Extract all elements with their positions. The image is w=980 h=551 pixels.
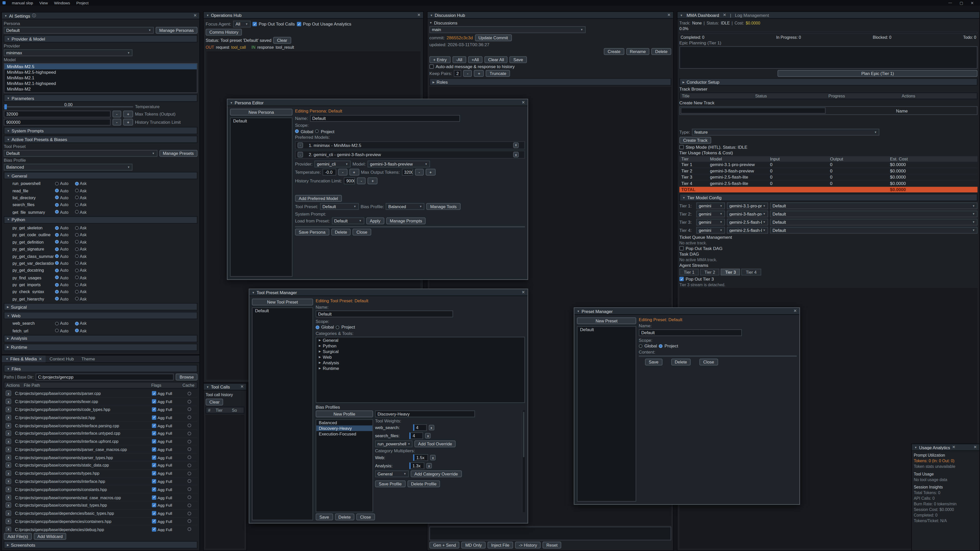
save-profile-button[interactable]: Save Profile — [375, 480, 405, 487]
decrement-button[interactable]: - — [112, 119, 121, 125]
step-mode-checkbox[interactable] — [679, 145, 684, 149]
collapse-icon[interactable]: ▼ — [7, 138, 10, 141]
remove-multiplier-button[interactable]: x — [426, 463, 432, 468]
remove-file-button[interactable]: x — [6, 462, 11, 468]
expand-all-button[interactable]: +All — [468, 56, 483, 63]
to-history-button[interactable]: -> History — [515, 541, 541, 548]
provider-select[interactable]: minimax▼ — [4, 49, 132, 56]
scrollbar[interactable] — [522, 410, 525, 512]
remove-file-button[interactable]: x — [6, 423, 11, 428]
new-tool-preset-button[interactable]: New Tool Preset — [252, 299, 313, 306]
stream-tier-tab[interactable]: Tier 4 — [741, 268, 761, 275]
pop-out-usage-checkbox[interactable] — [297, 22, 301, 26]
bias-profile-item[interactable]: Discovery-Heavy — [316, 426, 372, 431]
persona-select[interactable]: Default▼ — [4, 27, 154, 34]
cache-indicator[interactable] — [188, 400, 191, 403]
close-tab-icon[interactable]: ✕ — [952, 445, 955, 450]
collapse-icon[interactable]: ▼ — [915, 446, 917, 449]
ask-radio[interactable] — [75, 240, 79, 244]
remove-file-button[interactable]: x — [6, 494, 11, 500]
full-flag[interactable]: Full — [166, 487, 172, 492]
full-flag[interactable]: Full — [166, 463, 172, 468]
slider-thumb[interactable] — [4, 104, 7, 109]
preset-list-item[interactable]: Default — [578, 327, 636, 332]
delete-button[interactable]: Delete — [671, 358, 691, 365]
ask-radio[interactable] — [75, 226, 79, 230]
remove-file-button[interactable]: x — [6, 391, 11, 396]
md-only-button[interactable]: MD Only — [461, 541, 485, 548]
remove-model-button[interactable]: x — [513, 142, 519, 148]
tier-model-select[interactable]: gemini-2.5-flash-lite▼ — [727, 227, 768, 233]
manage-personas-button[interactable]: Manage Personas — [156, 27, 197, 34]
cache-indicator[interactable] — [188, 456, 191, 459]
remove-file-button[interactable]: x — [6, 454, 11, 460]
increment-button[interactable]: + — [474, 70, 484, 77]
collapse-icon[interactable]: ▼ — [7, 129, 10, 132]
cache-indicator[interactable] — [188, 480, 191, 483]
agg-checkbox[interactable] — [152, 471, 156, 475]
remove-file-button[interactable]: x — [6, 527, 11, 532]
weight-input[interactable]: 4 — [413, 424, 427, 431]
add-files-button[interactable]: Add File(s) — [4, 533, 32, 540]
full-flag[interactable]: Full — [166, 503, 172, 507]
new-persona-button[interactable]: New Persona — [230, 109, 293, 116]
tier-preset-select[interactable]: Default▼ — [770, 202, 977, 209]
delete-discussion-button[interactable]: Delete — [652, 48, 671, 55]
tier-model-select[interactable]: gemini-2.5-flash-lite▼ — [727, 219, 768, 225]
cache-indicator[interactable] — [188, 408, 191, 411]
tool-group-python[interactable]: Python — [11, 218, 25, 222]
full-flag[interactable]: Full — [166, 423, 172, 427]
cache-indicator[interactable] — [188, 472, 191, 475]
tool-override-select[interactable]: run_powershell▼ — [375, 441, 412, 448]
full-flag[interactable]: Full — [166, 519, 172, 524]
full-flag[interactable]: Full — [166, 431, 172, 436]
tier-provider-select[interactable]: gemini▼ — [696, 227, 725, 233]
increment-button[interactable]: + — [368, 177, 378, 184]
base-dir-input[interactable]: C:/projects/gencpp — [35, 373, 174, 380]
auto-radio[interactable] — [55, 203, 59, 206]
cache-indicator[interactable] — [188, 440, 191, 443]
menu-windows[interactable]: Windows — [54, 0, 70, 5]
remove-file-button[interactable]: x — [6, 447, 11, 452]
remove-file-button[interactable]: x — [6, 471, 11, 476]
menu-view[interactable]: View — [39, 0, 48, 5]
agg-checkbox[interactable] — [152, 439, 156, 444]
model-option[interactable]: MiniMax-M2.5 — [4, 64, 197, 69]
tier-preset-select[interactable]: Default▼ — [770, 219, 977, 225]
tab-log-management[interactable]: Log Management — [735, 13, 769, 17]
manage-prompts-button[interactable]: Manage Prompts — [386, 218, 426, 224]
stream-tier-tab[interactable]: Tier 3 — [721, 268, 740, 275]
tab-files-media[interactable]: ▼Files & Media✕ — [2, 355, 46, 362]
close-button[interactable]: Close — [353, 229, 371, 235]
agg-checkbox[interactable] — [152, 431, 156, 436]
scrollbar-thumb[interactable] — [523, 412, 525, 457]
categories-listbox[interactable]: ▶General ▶Python ▶Surgical ▶Web ▶Analysi… — [316, 337, 525, 403]
remove-file-button[interactable]: x — [6, 510, 11, 516]
max-output-tokens-input[interactable]: 32000 — [402, 168, 413, 176]
history-limit-input[interactable]: 900000 — [4, 119, 110, 125]
collapse-icon[interactable]: ▼ — [252, 291, 255, 294]
agg-checkbox[interactable] — [152, 527, 156, 531]
full-flag[interactable]: Full — [166, 495, 172, 499]
remove-weight-button[interactable]: x — [425, 433, 431, 438]
cache-indicator[interactable] — [188, 416, 191, 419]
close-panel-icon[interactable]: ✕ — [193, 13, 197, 18]
ask-radio[interactable] — [75, 254, 79, 258]
new-track-title-input[interactable] — [681, 107, 826, 114]
menu-project[interactable]: Project — [76, 0, 89, 5]
cache-indicator[interactable] — [188, 464, 191, 467]
tab-theme[interactable]: Theme — [78, 355, 99, 362]
agg-checkbox[interactable] — [152, 399, 156, 403]
close-panel-icon[interactable]: ✕ — [667, 13, 670, 17]
model-option[interactable]: MiniMax-M2.1-highspeed — [4, 81, 197, 86]
full-flag[interactable]: Full — [166, 455, 172, 459]
new-profile-button[interactable]: New Profile — [316, 410, 373, 417]
tool-group-surgical[interactable]: Surgical — [11, 305, 27, 309]
auto-radio[interactable] — [55, 321, 59, 325]
cache-indicator[interactable] — [188, 487, 191, 491]
tier-provider-select[interactable]: gemini▼ — [696, 219, 725, 225]
remove-file-button[interactable]: x — [6, 478, 11, 484]
add-preferred-model-button[interactable]: Add Preferred Model — [295, 195, 342, 202]
manage-presets-button[interactable]: Manage Presets — [159, 150, 197, 157]
ask-radio[interactable] — [75, 233, 79, 237]
